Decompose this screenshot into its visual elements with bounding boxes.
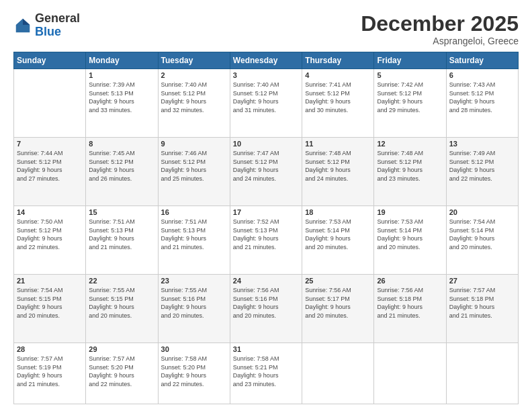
day-number: 9: [161, 140, 227, 148]
day-number: 20: [449, 208, 515, 216]
subtitle: Asprangeloi, Greece: [361, 36, 519, 46]
day-number: 26: [377, 277, 443, 285]
day-number: 18: [305, 208, 371, 216]
svg-marker-2: [26, 17, 31, 22]
calendar-cell: 29Sunrise: 7:57 AM Sunset: 5:20 PM Dayli…: [86, 343, 158, 404]
calendar-cell: 1Sunrise: 7:39 AM Sunset: 5:13 PM Daylig…: [86, 69, 158, 138]
calendar-cell: 24Sunrise: 7:56 AM Sunset: 5:16 PM Dayli…: [230, 275, 302, 343]
calendar-cell: [374, 343, 446, 404]
cell-info: Sunrise: 7:40 AM Sunset: 5:12 PM Dayligh…: [233, 81, 299, 114]
calendar-cell: 22Sunrise: 7:55 AM Sunset: 5:15 PM Dayli…: [86, 275, 158, 343]
cell-info: Sunrise: 7:42 AM Sunset: 5:12 PM Dayligh…: [377, 81, 443, 114]
cell-info: Sunrise: 7:40 AM Sunset: 5:12 PM Dayligh…: [161, 81, 227, 114]
day-number: 5: [377, 71, 443, 79]
day-number: 1: [89, 71, 154, 79]
day-number: 14: [17, 208, 83, 216]
day-number: 6: [449, 71, 515, 79]
day-number: 19: [377, 208, 443, 216]
title-block: December 2025 Asprangeloi, Greece: [361, 12, 519, 46]
column-header-wednesday: Wednesday: [230, 52, 302, 69]
cell-info: Sunrise: 7:56 AM Sunset: 5:16 PM Dayligh…: [233, 286, 299, 320]
day-number: 10: [233, 140, 299, 148]
calendar-cell: 13Sunrise: 7:49 AM Sunset: 5:12 PM Dayli…: [446, 138, 518, 206]
calendar-cell: [446, 343, 518, 404]
calendar-cell: 6Sunrise: 7:43 AM Sunset: 5:12 PM Daylig…: [446, 69, 518, 138]
calendar-week-row: 1Sunrise: 7:39 AM Sunset: 5:13 PM Daylig…: [14, 69, 519, 138]
cell-info: Sunrise: 7:58 AM Sunset: 5:21 PM Dayligh…: [233, 355, 299, 388]
calendar-cell: [302, 343, 374, 404]
calendar-cell: 9Sunrise: 7:46 AM Sunset: 5:12 PM Daylig…: [158, 138, 230, 206]
cell-info: Sunrise: 7:57 AM Sunset: 5:18 PM Dayligh…: [449, 286, 515, 320]
calendar-cell: 27Sunrise: 7:57 AM Sunset: 5:18 PM Dayli…: [446, 275, 518, 343]
calendar-cell: 31Sunrise: 7:58 AM Sunset: 5:21 PM Dayli…: [230, 343, 302, 404]
cell-info: Sunrise: 7:41 AM Sunset: 5:12 PM Dayligh…: [305, 81, 371, 114]
logo: General Blue: [13, 12, 80, 39]
calendar-cell: 21Sunrise: 7:54 AM Sunset: 5:15 PM Dayli…: [14, 275, 86, 343]
calendar-cell: 7Sunrise: 7:44 AM Sunset: 5:12 PM Daylig…: [14, 138, 86, 206]
day-number: 29: [89, 345, 154, 353]
cell-info: Sunrise: 7:57 AM Sunset: 5:19 PM Dayligh…: [17, 355, 83, 388]
cell-info: Sunrise: 7:48 AM Sunset: 5:12 PM Dayligh…: [305, 149, 371, 183]
calendar-cell: 28Sunrise: 7:57 AM Sunset: 5:19 PM Dayli…: [14, 343, 86, 404]
calendar-cell: 2Sunrise: 7:40 AM Sunset: 5:12 PM Daylig…: [158, 69, 230, 138]
day-number: 24: [233, 277, 299, 285]
column-header-saturday: Saturday: [446, 52, 518, 69]
day-number: 11: [305, 140, 371, 148]
cell-info: Sunrise: 7:46 AM Sunset: 5:12 PM Dayligh…: [161, 149, 227, 183]
cell-info: Sunrise: 7:58 AM Sunset: 5:20 PM Dayligh…: [161, 355, 227, 388]
cell-info: Sunrise: 7:49 AM Sunset: 5:12 PM Dayligh…: [449, 149, 515, 183]
calendar-cell: 25Sunrise: 7:56 AM Sunset: 5:17 PM Dayli…: [302, 275, 374, 343]
day-number: 7: [17, 140, 83, 148]
calendar-cell: 11Sunrise: 7:48 AM Sunset: 5:12 PM Dayli…: [302, 138, 374, 206]
day-number: 3: [233, 71, 299, 79]
column-header-friday: Friday: [374, 52, 446, 69]
cell-info: Sunrise: 7:44 AM Sunset: 5:12 PM Dayligh…: [17, 149, 83, 183]
day-number: 21: [17, 277, 83, 285]
day-number: 4: [305, 71, 371, 79]
day-number: 13: [449, 140, 515, 148]
day-number: 25: [305, 277, 371, 285]
cell-info: Sunrise: 7:53 AM Sunset: 5:14 PM Dayligh…: [377, 218, 443, 251]
calendar-cell: 4Sunrise: 7:41 AM Sunset: 5:12 PM Daylig…: [302, 69, 374, 138]
calendar-week-row: 14Sunrise: 7:50 AM Sunset: 5:12 PM Dayli…: [14, 206, 519, 275]
cell-info: Sunrise: 7:53 AM Sunset: 5:14 PM Dayligh…: [305, 218, 371, 251]
calendar-cell: 3Sunrise: 7:40 AM Sunset: 5:12 PM Daylig…: [230, 69, 302, 138]
calendar-cell: 16Sunrise: 7:51 AM Sunset: 5:13 PM Dayli…: [158, 206, 230, 275]
cell-info: Sunrise: 7:39 AM Sunset: 5:13 PM Dayligh…: [89, 81, 154, 114]
day-number: 28: [17, 345, 83, 353]
column-header-sunday: Sunday: [14, 52, 86, 69]
day-number: 16: [161, 208, 227, 216]
calendar-week-row: 21Sunrise: 7:54 AM Sunset: 5:15 PM Dayli…: [14, 275, 519, 343]
cell-info: Sunrise: 7:48 AM Sunset: 5:12 PM Dayligh…: [377, 149, 443, 183]
calendar-week-row: 7Sunrise: 7:44 AM Sunset: 5:12 PM Daylig…: [14, 138, 519, 206]
calendar-table: SundayMondayTuesdayWednesdayThursdayFrid…: [13, 52, 519, 404]
column-header-thursday: Thursday: [302, 52, 374, 69]
day-number: 23: [161, 277, 227, 285]
calendar-cell: 17Sunrise: 7:52 AM Sunset: 5:13 PM Dayli…: [230, 206, 302, 275]
cell-info: Sunrise: 7:52 AM Sunset: 5:13 PM Dayligh…: [233, 218, 299, 251]
calendar-cell: 12Sunrise: 7:48 AM Sunset: 5:12 PM Dayli…: [374, 138, 446, 206]
day-number: 27: [449, 277, 515, 285]
calendar-cell: 18Sunrise: 7:53 AM Sunset: 5:14 PM Dayli…: [302, 206, 374, 275]
calendar-cell: [14, 69, 86, 138]
main-title: December 2025: [361, 12, 519, 36]
cell-info: Sunrise: 7:55 AM Sunset: 5:15 PM Dayligh…: [89, 286, 154, 320]
column-header-tuesday: Tuesday: [158, 52, 230, 69]
cell-info: Sunrise: 7:56 AM Sunset: 5:18 PM Dayligh…: [377, 286, 443, 320]
calendar-cell: 19Sunrise: 7:53 AM Sunset: 5:14 PM Dayli…: [374, 206, 446, 275]
cell-info: Sunrise: 7:51 AM Sunset: 5:13 PM Dayligh…: [161, 218, 227, 251]
calendar-cell: 20Sunrise: 7:54 AM Sunset: 5:14 PM Dayli…: [446, 206, 518, 275]
day-number: 22: [89, 277, 154, 285]
day-number: 8: [89, 140, 154, 148]
calendar-cell: 10Sunrise: 7:47 AM Sunset: 5:12 PM Dayli…: [230, 138, 302, 206]
calendar-cell: 26Sunrise: 7:56 AM Sunset: 5:18 PM Dayli…: [374, 275, 446, 343]
cell-info: Sunrise: 7:56 AM Sunset: 5:17 PM Dayligh…: [305, 286, 371, 320]
cell-info: Sunrise: 7:54 AM Sunset: 5:15 PM Dayligh…: [17, 286, 83, 320]
calendar-cell: 14Sunrise: 7:50 AM Sunset: 5:12 PM Dayli…: [14, 206, 86, 275]
cell-info: Sunrise: 7:55 AM Sunset: 5:16 PM Dayligh…: [161, 286, 227, 320]
cell-info: Sunrise: 7:43 AM Sunset: 5:12 PM Dayligh…: [449, 81, 515, 114]
cell-info: Sunrise: 7:45 AM Sunset: 5:12 PM Dayligh…: [89, 149, 154, 183]
svg-marker-1: [23, 19, 30, 25]
calendar-cell: 15Sunrise: 7:51 AM Sunset: 5:13 PM Dayli…: [86, 206, 158, 275]
calendar-cell: 8Sunrise: 7:45 AM Sunset: 5:12 PM Daylig…: [86, 138, 158, 206]
